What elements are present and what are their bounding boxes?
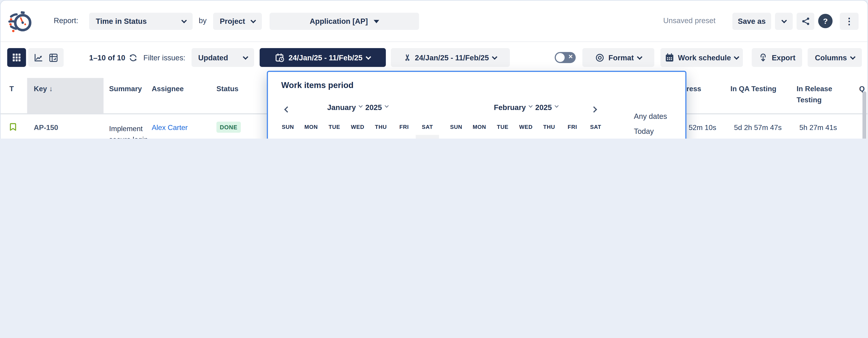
refresh-icon[interactable]	[128, 53, 138, 62]
preset-status: Unsaved preset	[663, 16, 715, 25]
calendar-day[interactable]: 4	[416, 135, 439, 139]
calendar-day	[537, 135, 561, 139]
quick-option-any-dates[interactable]: Any dates	[622, 109, 684, 124]
calendar-day	[561, 135, 584, 139]
chevron-down-icon	[492, 54, 497, 60]
chevron-down-icon	[555, 104, 558, 107]
issue-key[interactable]: AP-150	[34, 124, 58, 132]
month-select[interactable]: January	[327, 103, 356, 112]
month-select[interactable]: February	[494, 103, 526, 112]
filter-field-value: Updated	[198, 53, 228, 62]
month-header: February 2025	[444, 102, 607, 113]
weekday-label: MON	[300, 124, 323, 130]
report-type-select[interactable]: Time in Status	[89, 13, 193, 30]
sum-toggle[interactable]: ✕	[555, 52, 576, 63]
chevron-down-icon	[359, 104, 363, 107]
work-items-period-popup: Work items period January 2025 SUNMONTUE…	[267, 71, 686, 139]
format-button[interactable]: Format	[582, 48, 654, 67]
work-schedule-button[interactable]: Work schedule	[660, 48, 743, 67]
time-in-status-value: 5d 2h 57m 47s	[734, 124, 782, 132]
calendar-day[interactable]: 1	[346, 135, 369, 139]
calendar-day[interactable]: 2	[369, 135, 393, 139]
col-header-key-cell[interactable]: Key↓	[27, 78, 103, 113]
work-items-period-button[interactable]: 24/Jan/25 - 11/Feb/25	[259, 48, 386, 67]
share-button[interactable]	[797, 13, 814, 30]
export-label: Export	[772, 53, 795, 62]
export-button[interactable]: Export	[752, 48, 802, 67]
calendar-day	[468, 135, 491, 139]
chevron-down-icon	[734, 54, 740, 60]
save-as-label: Save as	[738, 17, 766, 26]
time-in-status-value: 5h 27m 41s	[799, 124, 837, 132]
weekday-label: FRI	[393, 124, 415, 130]
chevron-down-icon	[243, 54, 248, 60]
weekday-label: SAT	[584, 124, 607, 130]
period-range-value: 24/Jan/25 - 11/Feb/25	[288, 53, 363, 62]
calendar-day[interactable]: 3	[393, 135, 415, 139]
help-button[interactable]: ?	[818, 14, 833, 28]
col-header-in-release-testing[interactable]: In Release Testing	[797, 83, 833, 106]
pagination-count: 1–10 of 10	[89, 54, 125, 62]
app-header: Report: Time in Status by Project Applic…	[0, 0, 867, 42]
col-header-status[interactable]: Status	[216, 83, 239, 95]
work-schedule-label: Work schedule	[678, 53, 731, 62]
chevron-down-icon	[366, 54, 371, 60]
scissors-icon: ✂	[403, 54, 413, 61]
quick-option-label: Any dates	[634, 112, 667, 121]
by-label: by	[199, 16, 207, 25]
columns-label: Columns	[815, 53, 847, 62]
weekday-label: MON	[468, 124, 491, 130]
popup-title: Work items period	[281, 80, 353, 89]
table-view-button[interactable]	[7, 48, 26, 67]
summary-cell: Implement secure login feature	[109, 124, 153, 139]
weekday-label: SAT	[416, 124, 439, 130]
col-header-key: Key↓	[34, 83, 53, 95]
story-type-icon	[8, 122, 18, 132]
col-header-type[interactable]: T	[9, 83, 13, 95]
pivot-view-icon[interactable]	[49, 53, 58, 62]
format-label: Format	[609, 53, 634, 62]
grid-view-icon	[12, 53, 21, 62]
month-header: January 2025	[276, 102, 439, 113]
status-badge: DONE	[216, 122, 241, 133]
more-options-button[interactable]: ⋮	[840, 13, 859, 30]
quick-date-options: Any datesTodayYesterdayThis weekLast wee…	[622, 109, 684, 139]
weekday-label: SUN	[276, 124, 299, 130]
col-header-in-qa-testing[interactable]: In QA Testing	[731, 83, 776, 95]
chevron-down-icon	[250, 18, 256, 23]
chevron-down-icon	[528, 104, 532, 107]
calendar-day	[300, 135, 323, 139]
trim-range-value: 24/Jan/25 - 11/Feb/25	[415, 53, 489, 62]
assignee-link[interactable]: Alex Carter	[152, 124, 209, 132]
trim-period-button[interactable]: ✂ 24/Jan/25 - 11/Feb/25	[391, 48, 510, 67]
calendar-day	[444, 135, 468, 139]
calendar-day	[514, 135, 537, 139]
save-as-button[interactable]: Save as	[733, 13, 771, 30]
toggle-x-icon: ✕	[568, 53, 573, 60]
year-select[interactable]: 2025	[535, 103, 552, 112]
calendar-day	[491, 135, 514, 139]
screen: Report: Time in Status by Project Applic…	[0, 0, 868, 139]
chart-view-icon[interactable]	[34, 53, 43, 62]
project-select[interactable]: Application [AP]	[270, 13, 419, 30]
year-select[interactable]: 2025	[365, 103, 382, 112]
quick-option-today[interactable]: Today	[622, 124, 684, 139]
work-schedule-calendar-icon	[664, 53, 674, 62]
report-label: Report:	[54, 16, 78, 25]
report-type-value: Time in Status	[96, 17, 147, 26]
toggle-knob	[556, 53, 565, 62]
save-options-button[interactable]	[775, 13, 793, 30]
filter-field-select[interactable]: Updated	[191, 48, 254, 67]
weekday-label: THU	[537, 124, 561, 130]
group-by-select[interactable]: Project	[213, 13, 262, 30]
weekday-label: SUN	[444, 124, 468, 130]
weekday-row: SUNMONTUEWEDTHUFRISAT	[444, 124, 607, 130]
columns-button[interactable]: Columns	[808, 48, 862, 67]
vertical-scrollbar-thumb[interactable]	[863, 91, 866, 139]
weekday-label: WED	[346, 124, 369, 130]
question-mark-icon: ?	[823, 16, 828, 25]
share-icon	[801, 16, 810, 26]
col-header-assignee[interactable]: Assignee	[152, 83, 184, 95]
weekday-label: THU	[369, 124, 393, 130]
col-header-summary[interactable]: Summary	[109, 83, 142, 95]
